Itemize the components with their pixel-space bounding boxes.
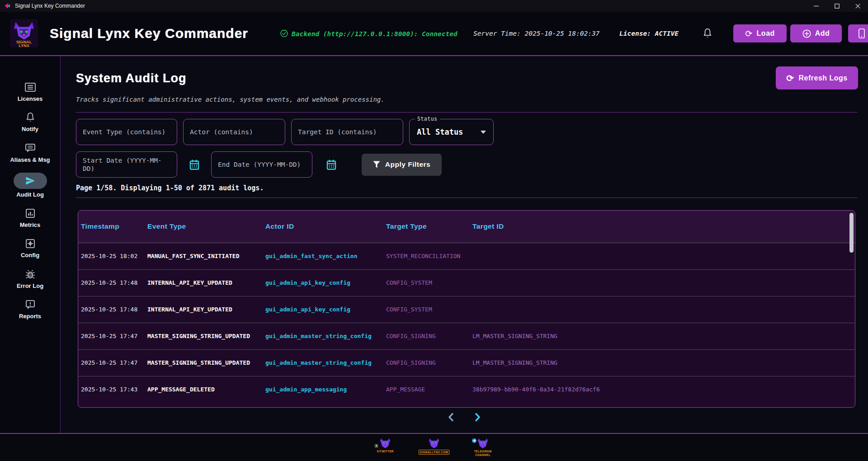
table-row[interactable]: 2025-10-25 17:48INTERNAL_API_KEY_UPDATED… bbox=[78, 296, 855, 323]
table-scrollbar-thumb[interactable] bbox=[849, 213, 854, 253]
cell-event-type: MASTER_SIGNING_STRING_UPDATED bbox=[145, 323, 263, 349]
next-page-button[interactable] bbox=[472, 411, 483, 423]
column-header-target-type[interactable]: Target Type bbox=[383, 211, 470, 243]
cell-event-type: INTERNAL_API_KEY_UPDATED bbox=[145, 269, 263, 296]
cell-target-type: CONFIG_SIGNING bbox=[383, 323, 470, 349]
table-row[interactable]: 2025-10-25 17:48INTERNAL_API_KEY_UPDATED… bbox=[78, 269, 855, 296]
notifications-bell-button[interactable] bbox=[701, 27, 714, 40]
metrics-chart-icon bbox=[25, 207, 36, 219]
sidebar-item-error-log[interactable]: Error Log bbox=[3, 268, 57, 289]
cell-target-type: CONFIG_SYSTEM bbox=[383, 296, 470, 323]
footer-link-twitter[interactable]: X X/TWITTER bbox=[369, 437, 401, 453]
sidebar-item-metrics[interactable]: Metrics bbox=[3, 207, 57, 228]
cell-target-type: CONFIG_SIGNING bbox=[383, 349, 470, 376]
end-date-input[interactable]: End Date (YYYY-MM-DD) bbox=[211, 151, 312, 178]
config-gear-icon bbox=[25, 238, 36, 249]
notify-bell-icon bbox=[25, 112, 35, 123]
minimize-button[interactable] bbox=[806, 0, 826, 12]
target-id-input[interactable]: Target ID (contains) bbox=[291, 119, 403, 145]
sidebar-item-label: Audit Log bbox=[16, 192, 44, 198]
column-header-actor-id[interactable]: Actor ID bbox=[263, 211, 383, 243]
load-button-label: Load bbox=[757, 29, 775, 38]
maximize-button[interactable] bbox=[826, 0, 847, 12]
end-date-calendar-button[interactable] bbox=[326, 159, 336, 170]
sidebar-item-licenses[interactable]: Licenses bbox=[3, 81, 57, 102]
sidebar-item-config[interactable]: Config bbox=[3, 238, 57, 259]
bell-icon bbox=[703, 28, 712, 39]
end-date-placeholder: End Date (YYYY-MM-DD) bbox=[218, 160, 301, 169]
cell-actor-id: gui_admin_master_string_config bbox=[263, 349, 383, 376]
status-select-value: All Status bbox=[417, 127, 463, 136]
footer-link-telegram[interactable]: TELEGRAM CHANNEL bbox=[467, 437, 499, 457]
sidebar-item-label: Config bbox=[21, 252, 39, 259]
cell-event-type: MANUAL_FAST_SYNC_INITIATED bbox=[145, 243, 263, 269]
table-row[interactable]: 2025-10-25 17:43APP_MESSAGE_DELETEDgui_a… bbox=[78, 376, 855, 403]
chevron-left-icon bbox=[446, 412, 456, 422]
actor-input[interactable]: Actor (contains) bbox=[183, 119, 285, 145]
close-button[interactable] bbox=[847, 0, 868, 12]
column-header-event-type[interactable]: Event Type bbox=[145, 211, 263, 243]
bug-icon bbox=[24, 268, 36, 280]
refresh-icon: ⟳ bbox=[745, 29, 752, 38]
cell-timestamp: 2025-10-25 17:43 bbox=[78, 376, 145, 403]
start-date-input[interactable]: Start Date (YYYY-MM-DD) bbox=[76, 151, 177, 178]
footer-link-website[interactable]: SIGNALLYNX.COM bbox=[418, 437, 450, 455]
audit-log-table: Timestamp Event Type Actor ID Target Typ… bbox=[78, 210, 855, 408]
cell-target-id: LM_MASTER_SIGNING_STRING bbox=[470, 323, 855, 349]
cell-event-type: APP_MESSAGE_DELETED bbox=[145, 376, 263, 403]
calendar-icon bbox=[326, 159, 336, 170]
refresh-logs-label: Refresh Logs bbox=[799, 74, 848, 82]
load-button[interactable]: ⟳ Load bbox=[733, 24, 787, 42]
sidebar-item-label: Error Log bbox=[17, 283, 43, 289]
add-button[interactable]: Add bbox=[790, 24, 842, 42]
sidebar-item-notify[interactable]: Notify bbox=[3, 112, 57, 132]
calendar-icon bbox=[189, 159, 199, 170]
lynx-mini-logo bbox=[476, 437, 490, 449]
table-row[interactable]: 2025-10-25 17:47MASTER_SIGNING_STRING_UP… bbox=[78, 323, 855, 349]
license-status: License: ACTIVE bbox=[619, 30, 679, 37]
logo-text-lynx: LYNX bbox=[19, 43, 30, 47]
sidebar-item-label: Metrics bbox=[20, 222, 41, 228]
sidebar-item-audit-log[interactable]: Audit Log bbox=[3, 173, 57, 198]
cell-target-type: SYSTEM_RECONCILIATION bbox=[383, 243, 470, 269]
event-type-input[interactable]: Event Type (contains) bbox=[76, 119, 177, 145]
column-header-target-id[interactable]: Target ID bbox=[470, 211, 855, 243]
cell-timestamp: 2025-10-25 17:48 bbox=[78, 296, 145, 323]
table-row[interactable]: 2025-10-25 18:02MANUAL_FAST_SYNC_INITIAT… bbox=[78, 243, 855, 269]
cell-timestamp: 2025-10-25 17:47 bbox=[78, 349, 145, 376]
cell-actor-id: gui_admin_api_key_config bbox=[263, 296, 383, 323]
cell-target-id bbox=[470, 243, 855, 269]
device-button[interactable] bbox=[848, 24, 868, 42]
apply-filters-button[interactable]: Apply Filters bbox=[362, 154, 442, 176]
cell-target-id bbox=[470, 269, 855, 296]
column-header-timestamp[interactable]: Timestamp bbox=[78, 211, 145, 243]
cell-event-type: MASTER_SIGNING_STRING_UPDATED bbox=[145, 349, 263, 376]
server-time: Server Time: 2025-10-25 18:02:37 bbox=[473, 30, 599, 37]
main-content: System Audit Log ⟳ Refresh Logs Tracks s… bbox=[61, 56, 868, 433]
cell-target-type: CONFIG_SYSTEM bbox=[383, 269, 470, 296]
app-header: SIGNAL LYNX Signal Lynx Key Commander Ba… bbox=[0, 12, 868, 56]
chevron-down-icon bbox=[481, 131, 486, 134]
lynx-mini-logo bbox=[378, 437, 392, 449]
report-bubble-icon bbox=[25, 299, 36, 310]
sidebar-item-reports[interactable]: Reports bbox=[3, 299, 57, 320]
chat-bubble-icon bbox=[24, 142, 36, 154]
footer-link-label: X/TWITTER bbox=[377, 450, 394, 453]
status-select[interactable]: Status All Status bbox=[409, 119, 494, 145]
sidebar-item-aliases-msg[interactable]: Aliases & Msg bbox=[3, 142, 57, 163]
cell-target-id: LM_MASTER_SIGNING_STRING bbox=[470, 349, 855, 376]
previous-page-button[interactable] bbox=[445, 411, 457, 423]
sidebar-item-label: Licenses bbox=[18, 96, 43, 102]
refresh-icon: ⟳ bbox=[786, 73, 794, 84]
phone-icon bbox=[857, 28, 866, 39]
app-window-icon bbox=[4, 2, 11, 9]
signal-lynx-logo: SIGNAL LYNX bbox=[10, 19, 38, 47]
table-row[interactable]: 2025-10-25 17:47MASTER_SIGNING_STRING_UP… bbox=[78, 349, 855, 376]
start-date-placeholder: Start Date (YYYY-MM-DD) bbox=[83, 156, 170, 173]
start-date-calendar-button[interactable] bbox=[189, 159, 199, 170]
refresh-logs-button[interactable]: ⟳ Refresh Logs bbox=[776, 66, 858, 89]
add-button-label: Add bbox=[815, 29, 830, 38]
sidebar-nav: Licenses Notify Aliases & Msg Audit Log bbox=[0, 56, 61, 433]
cell-actor-id: gui_admin_fast_sync_action bbox=[263, 243, 383, 269]
cell-timestamp: 2025-10-25 17:48 bbox=[78, 269, 145, 296]
